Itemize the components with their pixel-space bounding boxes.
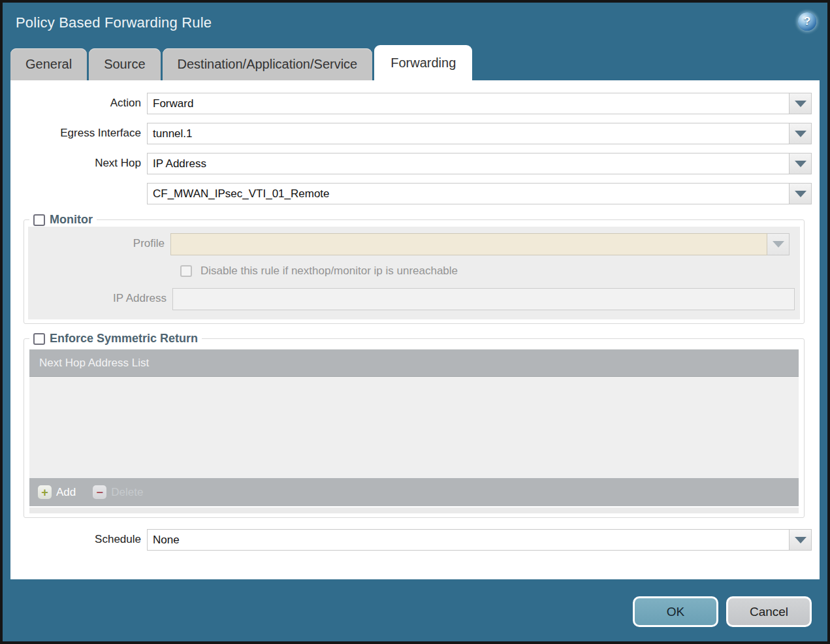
ok-button[interactable]: OK bbox=[633, 596, 718, 627]
chevron-down-icon bbox=[795, 161, 806, 167]
cancel-button[interactable]: Cancel bbox=[726, 596, 812, 627]
egress-interface-row: Egress Interface tunnel.1 bbox=[10, 123, 812, 144]
monitor-fieldset: Monitor Profile Disable this rule if nex… bbox=[24, 213, 805, 324]
tab-forwarding[interactable]: Forwarding bbox=[374, 45, 472, 80]
next-hop-label: Next Hop bbox=[10, 153, 147, 174]
chevron-down-icon bbox=[795, 101, 806, 107]
plus-icon: + bbox=[38, 485, 52, 499]
enforce-symmetric-return-fieldset: Enforce Symmetric Return Next Hop Addres… bbox=[24, 332, 805, 518]
schedule-dropdown-button[interactable] bbox=[790, 529, 812, 551]
next-hop-type-dropdown-button[interactable] bbox=[790, 153, 812, 174]
profile-dropdown-button bbox=[767, 233, 790, 255]
next-hop-address-dropdown-button[interactable] bbox=[790, 183, 812, 204]
forwarding-tab-panel: Action Forward Egress Interface tunnel.1… bbox=[10, 80, 820, 579]
action-dropdown-button[interactable] bbox=[790, 93, 812, 114]
profile-row: Profile bbox=[28, 233, 795, 255]
enforce-symmetric-return-checkbox[interactable] bbox=[33, 333, 45, 345]
next-hop-address-spacer bbox=[10, 183, 147, 204]
schedule-label: Schedule bbox=[10, 529, 147, 551]
monitor-ip-address-row: IP Address bbox=[28, 288, 795, 310]
table-bottom-strip bbox=[29, 507, 799, 513]
chevron-down-icon bbox=[795, 191, 806, 197]
tab-bar: General Source Destination/Application/S… bbox=[3, 43, 827, 80]
enforce-symmetric-return-legend: Enforce Symmetric Return bbox=[29, 332, 202, 346]
next-hop-address-list-body[interactable] bbox=[29, 377, 799, 478]
help-button[interactable]: ? bbox=[798, 12, 816, 31]
action-select[interactable]: Forward bbox=[147, 93, 790, 114]
next-hop-address-select[interactable]: CF_MWAN_IPsec_VTI_01_Remote bbox=[147, 183, 790, 204]
add-button-label: Add bbox=[56, 486, 76, 499]
monitor-legend: Monitor bbox=[29, 213, 97, 227]
schedule-select[interactable]: None bbox=[147, 529, 790, 551]
profile-label: Profile bbox=[28, 233, 170, 255]
dialog-footer: OK Cancel bbox=[633, 596, 812, 627]
chevron-down-icon bbox=[795, 131, 806, 137]
egress-interface-label: Egress Interface bbox=[10, 123, 147, 144]
tab-general[interactable]: General bbox=[10, 48, 87, 80]
monitor-ip-address-label: IP Address bbox=[28, 288, 172, 310]
tab-source[interactable]: Source bbox=[89, 48, 160, 80]
next-hop-address-list-toolbar: + Add − Delete bbox=[29, 478, 799, 506]
add-button[interactable]: + Add bbox=[38, 485, 76, 499]
chevron-down-icon bbox=[795, 537, 806, 543]
dialog-titlebar: Policy Based Forwarding Rule bbox=[3, 3, 827, 43]
egress-interface-dropdown-button[interactable] bbox=[790, 123, 812, 144]
next-hop-address-list-header: Next Hop Address List bbox=[29, 349, 799, 377]
enforce-symmetric-return-legend-label: Enforce Symmetric Return bbox=[50, 332, 198, 346]
chevron-down-icon bbox=[773, 241, 784, 248]
delete-button[interactable]: − Delete bbox=[93, 485, 143, 499]
disable-rule-label: Disable this rule if nexthop/monitor ip … bbox=[200, 265, 458, 278]
schedule-row: Schedule None bbox=[10, 529, 812, 551]
monitor-ip-address-input bbox=[172, 288, 795, 310]
help-question-icon: ? bbox=[804, 15, 810, 28]
next-hop-type-select[interactable]: IP Address bbox=[147, 153, 790, 174]
monitor-checkbox[interactable] bbox=[33, 214, 45, 226]
profile-select bbox=[170, 233, 767, 255]
minus-icon: − bbox=[93, 485, 106, 499]
action-row: Action Forward bbox=[10, 93, 812, 114]
egress-interface-select[interactable]: tunnel.1 bbox=[147, 123, 790, 144]
next-hop-row: Next Hop IP Address bbox=[10, 153, 812, 174]
next-hop-address-row: CF_MWAN_IPsec_VTI_01_Remote bbox=[10, 183, 812, 204]
next-hop-address-list-table: Next Hop Address List + Add − Delete bbox=[29, 349, 799, 513]
monitor-panel: Profile Disable this rule if nexthop/mon… bbox=[28, 227, 800, 319]
monitor-legend-label: Monitor bbox=[50, 213, 93, 227]
disable-rule-checkbox bbox=[180, 265, 192, 277]
action-label: Action bbox=[10, 93, 147, 114]
policy-based-forwarding-dialog: Policy Based Forwarding Rule ? General S… bbox=[0, 0, 830, 644]
tab-destination-application-service[interactable]: Destination/Application/Service bbox=[163, 48, 373, 80]
dialog-title: Policy Based Forwarding Rule bbox=[16, 14, 212, 31]
disable-rule-row: Disable this rule if nexthop/monitor ip … bbox=[180, 265, 795, 278]
delete-button-label: Delete bbox=[111, 486, 143, 499]
